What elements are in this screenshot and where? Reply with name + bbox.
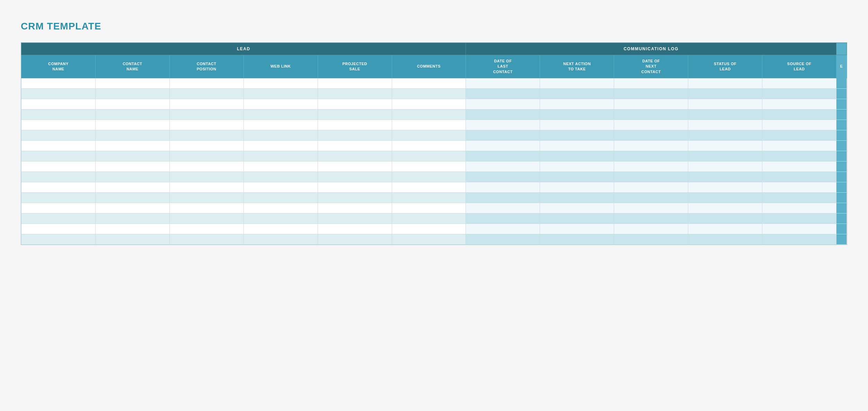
table-cell[interactable] <box>95 213 169 224</box>
table-cell[interactable] <box>169 99 243 110</box>
table-cell[interactable] <box>466 89 540 99</box>
table-cell[interactable] <box>318 141 392 151</box>
table-cell[interactable] <box>392 99 466 110</box>
table-cell[interactable] <box>688 182 762 193</box>
table-cell[interactable] <box>688 78 762 89</box>
table-cell[interactable] <box>466 99 540 110</box>
table-cell[interactable] <box>243 203 318 213</box>
table-cell[interactable] <box>614 151 688 161</box>
table-cell[interactable] <box>614 224 688 234</box>
table-cell[interactable] <box>169 234 243 245</box>
table-cell[interactable] <box>392 130 466 141</box>
table-cell[interactable] <box>243 224 318 234</box>
table-cell[interactable] <box>392 193 466 203</box>
table-cell[interactable] <box>95 172 169 182</box>
table-cell[interactable] <box>688 110 762 120</box>
table-cell[interactable] <box>21 141 96 151</box>
table-cell[interactable] <box>540 99 614 110</box>
table-cell[interactable] <box>95 110 169 120</box>
table-cell[interactable] <box>540 182 614 193</box>
table-cell[interactable] <box>466 224 540 234</box>
table-cell[interactable] <box>762 172 836 182</box>
table-cell[interactable] <box>466 141 540 151</box>
table-cell[interactable] <box>318 78 392 89</box>
table-cell[interactable] <box>169 224 243 234</box>
table-cell[interactable] <box>318 172 392 182</box>
table-cell[interactable] <box>466 110 540 120</box>
table-cell[interactable] <box>243 193 318 203</box>
table-cell[interactable] <box>169 78 243 89</box>
table-cell[interactable] <box>540 89 614 99</box>
table-cell[interactable] <box>21 213 96 224</box>
table-cell[interactable] <box>688 224 762 234</box>
table-cell[interactable] <box>688 120 762 130</box>
table-cell[interactable] <box>21 203 96 213</box>
table-cell[interactable] <box>466 213 540 224</box>
table-cell[interactable] <box>318 193 392 203</box>
table-cell[interactable] <box>318 234 392 245</box>
table-cell[interactable] <box>21 89 96 99</box>
table-cell[interactable] <box>614 89 688 99</box>
table-cell[interactable] <box>21 151 96 161</box>
table-cell[interactable] <box>95 120 169 130</box>
table-cell[interactable] <box>95 151 169 161</box>
table-cell[interactable] <box>318 213 392 224</box>
table-cell[interactable] <box>540 110 614 120</box>
table-cell[interactable] <box>318 110 392 120</box>
table-cell[interactable] <box>243 172 318 182</box>
table-cell[interactable] <box>21 234 96 245</box>
table-cell[interactable] <box>169 89 243 99</box>
table-cell[interactable] <box>614 110 688 120</box>
table-cell[interactable] <box>614 234 688 245</box>
table-cell[interactable] <box>688 193 762 203</box>
table-cell[interactable] <box>243 182 318 193</box>
table-cell[interactable] <box>614 120 688 130</box>
table-cell[interactable] <box>540 224 614 234</box>
table-cell[interactable] <box>392 120 466 130</box>
table-cell[interactable] <box>243 151 318 161</box>
table-cell[interactable] <box>466 78 540 89</box>
table-cell[interactable] <box>540 172 614 182</box>
table-cell[interactable] <box>762 161 836 172</box>
table-cell[interactable] <box>466 193 540 203</box>
table-cell[interactable] <box>466 151 540 161</box>
table-cell[interactable] <box>392 234 466 245</box>
table-cell[interactable] <box>762 130 836 141</box>
table-cell[interactable] <box>466 161 540 172</box>
table-cell[interactable] <box>614 161 688 172</box>
table-cell[interactable] <box>95 78 169 89</box>
table-cell[interactable] <box>169 141 243 151</box>
table-cell[interactable] <box>95 182 169 193</box>
table-cell[interactable] <box>614 213 688 224</box>
table-cell[interactable] <box>21 120 96 130</box>
table-cell[interactable] <box>392 203 466 213</box>
table-cell[interactable] <box>392 78 466 89</box>
table-cell[interactable] <box>762 234 836 245</box>
table-cell[interactable] <box>21 161 96 172</box>
table-cell[interactable] <box>21 224 96 234</box>
table-cell[interactable] <box>318 203 392 213</box>
table-cell[interactable] <box>95 141 169 151</box>
table-cell[interactable] <box>392 151 466 161</box>
table-cell[interactable] <box>169 193 243 203</box>
table-cell[interactable] <box>169 172 243 182</box>
table-cell[interactable] <box>169 213 243 224</box>
table-cell[interactable] <box>243 99 318 110</box>
table-cell[interactable] <box>540 234 614 245</box>
table-cell[interactable] <box>762 99 836 110</box>
table-cell[interactable] <box>392 161 466 172</box>
table-cell[interactable] <box>95 99 169 110</box>
table-cell[interactable] <box>318 130 392 141</box>
table-cell[interactable] <box>95 203 169 213</box>
table-cell[interactable] <box>466 130 540 141</box>
table-cell[interactable] <box>243 78 318 89</box>
table-cell[interactable] <box>392 182 466 193</box>
table-cell[interactable] <box>243 89 318 99</box>
table-cell[interactable] <box>614 130 688 141</box>
table-cell[interactable] <box>169 110 243 120</box>
table-cell[interactable] <box>762 224 836 234</box>
table-cell[interactable] <box>318 99 392 110</box>
table-cell[interactable] <box>762 203 836 213</box>
table-cell[interactable] <box>243 130 318 141</box>
table-cell[interactable] <box>466 120 540 130</box>
